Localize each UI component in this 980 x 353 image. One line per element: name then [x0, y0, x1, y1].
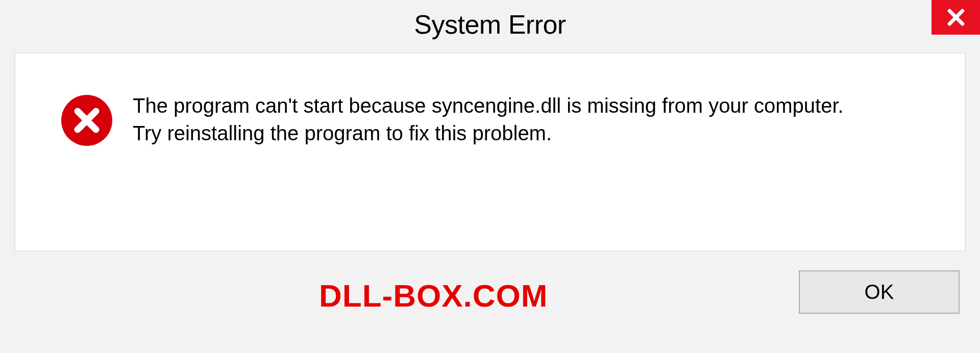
- error-icon: [61, 95, 112, 146]
- dialog-title: System Error: [414, 9, 566, 40]
- close-icon: [946, 8, 966, 27]
- error-message: The program can't start because syncengi…: [133, 92, 847, 147]
- close-button[interactable]: [932, 0, 980, 35]
- watermark-text: DLL-BOX.COM: [319, 278, 548, 314]
- dialog-content: The program can't start because syncengi…: [14, 53, 966, 251]
- dialog-footer: DLL-BOX.COM OK: [0, 251, 980, 343]
- ok-button-label: OK: [865, 281, 894, 304]
- titlebar: System Error: [0, 0, 980, 48]
- ok-button[interactable]: OK: [799, 270, 960, 314]
